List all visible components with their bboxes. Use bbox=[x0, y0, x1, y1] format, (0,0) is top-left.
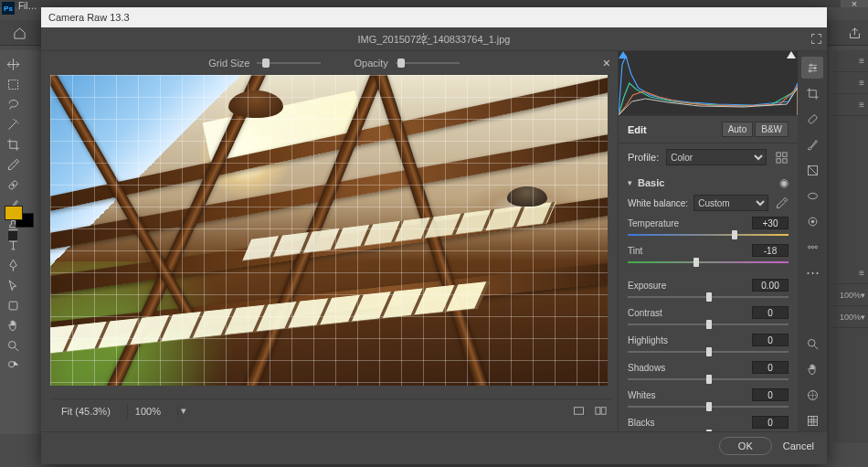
dock-panel[interactable]: ≡ bbox=[833, 262, 868, 284]
eyedropper-tool-icon[interactable] bbox=[3, 155, 23, 174]
shadows-value[interactable]: 0 bbox=[752, 361, 789, 374]
exposure-value[interactable]: 0.00 bbox=[752, 279, 789, 292]
profile-select[interactable]: Color bbox=[666, 149, 767, 165]
basic-section: ▾ Basic ◉ White balance: Custom Temperat… bbox=[619, 171, 798, 431]
home-icon[interactable] bbox=[9, 23, 29, 43]
white-balance-select[interactable]: Custom bbox=[693, 195, 768, 211]
highlights-value[interactable]: 0 bbox=[752, 334, 789, 346]
zoom-dropdown-icon[interactable]: ▾ bbox=[177, 405, 190, 418]
dialog-header: IMG_20150722_140833764_1.jpg bbox=[41, 27, 827, 51]
opacity-slider[interactable] bbox=[396, 62, 460, 64]
grid-icon[interactable] bbox=[801, 409, 823, 431]
layer-opacity[interactable]: 100% ▾ bbox=[833, 284, 868, 306]
tint-slider[interactable] bbox=[628, 259, 789, 266]
dock-panel[interactable]: ≡ bbox=[833, 72, 868, 94]
hand-icon[interactable] bbox=[801, 358, 823, 380]
edit-panel: Edit Auto B&W Profile: Color ▾ Basic ◉ W… bbox=[618, 51, 798, 431]
marquee-tool-icon[interactable] bbox=[3, 75, 23, 93]
chevron-down-icon[interactable]: ▾ bbox=[628, 178, 632, 187]
compare-view-icon[interactable] bbox=[592, 403, 609, 419]
gradient-icon[interactable] bbox=[801, 159, 823, 181]
filename-label: IMG_20150722_140833764_1.jpg bbox=[41, 34, 827, 45]
blacks-value[interactable]: 0 bbox=[752, 416, 789, 429]
whites-value[interactable]: 0 bbox=[752, 388, 789, 401]
highlight-clip-icon[interactable] bbox=[787, 51, 798, 60]
cancel-button[interactable]: Cancel bbox=[783, 440, 814, 451]
host-close-icon[interactable]: × bbox=[841, 0, 868, 7]
whites-slider[interactable] bbox=[628, 403, 789, 410]
shadow-clip-icon[interactable] bbox=[619, 51, 630, 60]
grid-size-slider[interactable] bbox=[257, 62, 321, 64]
edit-header: Edit Auto B&W bbox=[619, 115, 798, 143]
profile-row: Profile: Color bbox=[619, 143, 798, 171]
highlights-slider[interactable] bbox=[628, 348, 789, 356]
dock-panel[interactable]: ≡ bbox=[833, 50, 868, 72]
host-right-dock: ≡ ≡ ≡ ≡ 100% ▾ 100% ▾ bbox=[833, 50, 868, 443]
bw-button[interactable]: B&W bbox=[755, 122, 789, 137]
wb-eyedropper-icon[interactable] bbox=[774, 196, 789, 210]
zoom-icon[interactable] bbox=[801, 333, 823, 355]
contrast-slider[interactable] bbox=[628, 321, 789, 328]
mask-brush-icon[interactable] bbox=[801, 133, 823, 155]
layer-fill[interactable]: 100% ▾ bbox=[833, 306, 868, 328]
heal-tool-icon[interactable] bbox=[3, 175, 23, 194]
zoom-tool-icon[interactable] bbox=[3, 336, 23, 355]
contrast-value[interactable]: 0 bbox=[752, 306, 789, 319]
image-canvas[interactable] bbox=[50, 75, 608, 386]
wand-tool-icon[interactable] bbox=[3, 115, 23, 133]
camera-raw-dialog: Camera Raw 13.3 IMG_20150722_140833764_1… bbox=[41, 7, 827, 464]
whites-label: Whites bbox=[628, 390, 686, 400]
opacity-label: Opacity bbox=[354, 58, 387, 69]
move-tool-icon[interactable] bbox=[3, 55, 23, 73]
foreground-color-swatch[interactable] bbox=[5, 206, 23, 220]
svg-rect-8 bbox=[601, 408, 606, 415]
svg-rect-7 bbox=[595, 408, 599, 415]
strip-view-icon[interactable] bbox=[570, 403, 587, 419]
blacks-slider[interactable] bbox=[628, 430, 789, 431]
crop-tool-icon[interactable] bbox=[3, 135, 23, 154]
shadows-slider[interactable] bbox=[628, 376, 789, 383]
close-overlay-icon[interactable]: × bbox=[603, 56, 610, 70]
histogram[interactable] bbox=[619, 51, 798, 115]
zoom-fit-button[interactable]: Fit (45.3%) bbox=[54, 404, 118, 419]
temperature-slider[interactable] bbox=[628, 231, 789, 239]
temperature-value[interactable]: +30 bbox=[752, 217, 789, 229]
share-icon[interactable] bbox=[845, 24, 863, 42]
hand-tool-icon[interactable] bbox=[3, 316, 23, 334]
dock-panel[interactable]: ≡ bbox=[833, 94, 868, 116]
more-icon[interactable]: ⋯ bbox=[801, 261, 823, 283]
dialog-footer: OK Cancel bbox=[41, 431, 827, 464]
profile-label: Profile: bbox=[628, 152, 659, 163]
profile-browser-icon[interactable] bbox=[774, 150, 789, 165]
edit-heading-label: Edit bbox=[628, 124, 647, 135]
lasso-tool-icon[interactable] bbox=[3, 95, 23, 113]
zoom-100-button[interactable]: 100% bbox=[127, 404, 168, 419]
dodge-tool-icon[interactable] bbox=[3, 356, 23, 375]
shape-tool-icon[interactable] bbox=[3, 296, 23, 314]
edit-sliders-icon[interactable] bbox=[801, 57, 823, 79]
path-select-tool-icon[interactable] bbox=[3, 276, 23, 294]
svg-rect-26 bbox=[808, 416, 817, 425]
svg-rect-2 bbox=[9, 302, 17, 310]
radial-icon[interactable] bbox=[801, 185, 823, 207]
highlights-label: Highlights bbox=[628, 335, 686, 345]
menu-file[interactable]: Fil… bbox=[18, 1, 37, 11]
ok-button[interactable]: OK bbox=[719, 437, 772, 455]
redeye-icon[interactable] bbox=[801, 210, 823, 232]
heal-icon[interactable] bbox=[801, 108, 823, 130]
dialog-titlebar[interactable]: Camera Raw 13.3 bbox=[41, 7, 827, 27]
quickmask-icon[interactable] bbox=[8, 231, 17, 240]
sampler-icon[interactable] bbox=[801, 384, 823, 406]
svg-rect-16 bbox=[808, 114, 818, 124]
pen-tool-icon[interactable] bbox=[3, 256, 23, 274]
auto-button[interactable]: Auto bbox=[722, 122, 754, 137]
pendant-lamp bbox=[507, 186, 547, 210]
presets-icon[interactable] bbox=[801, 236, 823, 258]
visibility-eye-icon[interactable]: ◉ bbox=[779, 176, 789, 189]
color-swatches[interactable] bbox=[5, 206, 34, 231]
zoom-bar: Fit (45.3%) 100% ▾ bbox=[50, 398, 612, 422]
exposure-slider[interactable] bbox=[628, 293, 789, 301]
crop-icon[interactable] bbox=[801, 82, 823, 104]
tint-value[interactable]: -18 bbox=[752, 244, 789, 257]
svg-point-18 bbox=[808, 193, 817, 198]
